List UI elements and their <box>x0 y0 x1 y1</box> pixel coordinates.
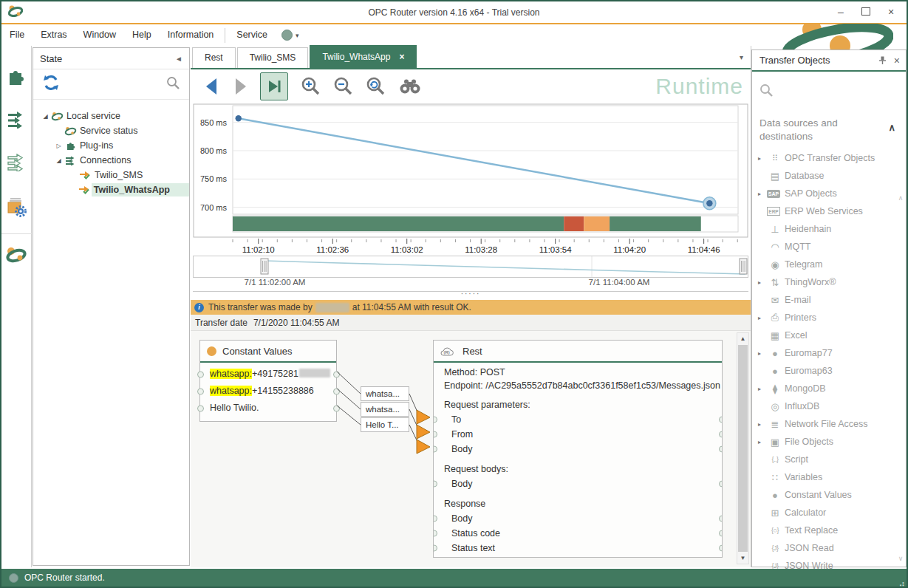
jump-to-latest-button[interactable] <box>260 72 288 100</box>
menu-window[interactable]: Window <box>75 24 124 46</box>
state-panel-title: State <box>40 53 62 64</box>
mapping-label[interactable]: whatsa... <box>361 402 409 417</box>
expand-arrow-icon[interactable]: ▸ <box>758 155 767 162</box>
transfer-object-item[interactable]: ▸ ◠ MQTT <box>752 238 906 256</box>
pin-icon[interactable] <box>878 56 887 65</box>
transfer-object-item[interactable]: ▸ ERP ERP Web Services <box>752 202 906 220</box>
menu-service[interactable]: Service <box>228 24 276 46</box>
transfer-object-item[interactable]: ▸ ▣ File Objects <box>752 433 906 451</box>
transfer-object-item[interactable]: ▸ ≣ Network File Access <box>752 415 906 433</box>
transfer-object-item[interactable]: ▸ ✉ E-mail <box>752 291 906 309</box>
next-transfer-button[interactable] <box>232 77 250 96</box>
expander-icon[interactable]: ◢ <box>54 157 64 164</box>
transfer-object-item[interactable]: ▸ ● Constant Values <box>752 486 906 504</box>
expand-arrow-icon[interactable]: ▸ <box>758 279 767 286</box>
transfer-object-item[interactable]: ▸ ⊞ Calculator <box>752 504 906 522</box>
transfer-object-item[interactable]: ▸ ⎙ Printers <box>752 309 906 327</box>
tree-item-twilio-whatsapp[interactable]: Twilio_WhatsApp <box>33 182 189 197</box>
transfer-object-item[interactable]: ▸ ◎ InfluxDB <box>752 397 906 415</box>
zoom-reset-icon[interactable] <box>365 76 386 97</box>
previous-transfer-button[interactable] <box>202 77 220 96</box>
transfer-object-item[interactable]: ▸ {J} JSON Read <box>752 539 906 557</box>
search-transfers-icon[interactable] <box>397 78 423 95</box>
transfer-object-item[interactable]: ▸ {○} Text Replace <box>752 522 906 539</box>
template-connections-icon[interactable] <box>7 154 26 174</box>
transfer-object-item[interactable]: ▸ ⇅ ThingWorx® <box>752 273 906 291</box>
transfer-object-item[interactable]: ▸ ● Euromap77 <box>752 344 906 362</box>
plugins-icon[interactable] <box>7 66 26 89</box>
diagram-scrollbar[interactable]: ▲ ▼ <box>737 332 749 564</box>
runtime-watermark-label: Runtime <box>655 74 743 99</box>
mapping-label[interactable]: Hello T... <box>361 417 409 432</box>
transfer-object-label: Euromap63 <box>785 366 833 376</box>
tab-twilio-whatsapp[interactable]: Twilio_WhatsApp× <box>310 45 417 68</box>
expand-arrow-icon[interactable]: ▸ <box>758 191 767 197</box>
expand-arrow-icon[interactable]: ▸ <box>758 439 767 445</box>
expand-arrow-icon[interactable]: ▸ <box>758 386 767 392</box>
zoom-in-icon[interactable] <box>300 76 321 97</box>
tree-item-connections[interactable]: ◢ Connections <box>33 153 189 168</box>
expand-arrow-icon[interactable]: ▸ <box>758 421 767 428</box>
transfer-object-item[interactable]: ▸ SAP SAP Objects <box>752 185 906 202</box>
plugin-settings-icon[interactable] <box>6 196 27 220</box>
close-button[interactable]: × <box>878 2 904 21</box>
resize-grip[interactable]: ⣠ <box>898 576 905 587</box>
scroll-down-icon[interactable]: ∨ <box>896 555 905 562</box>
tree-item-label: Twilio_WhatsApp <box>92 183 189 196</box>
transfer-object-item[interactable]: ▸ ⠿ OPC Transfer Objects <box>752 149 906 167</box>
duration-chart[interactable]: 850 ms800 ms750 ms700 ms11:02:1011:02:36… <box>193 103 748 259</box>
constant-values-node[interactable]: Constant Values whatsapp:+49175281 whats… <box>199 340 337 422</box>
transfer-object-item[interactable]: ▸ ▤ Database <box>752 167 906 185</box>
expand-arrow-icon[interactable]: ▸ <box>758 315 767 321</box>
service-dropdown-icon[interactable]: ▾ <box>296 32 299 39</box>
menu-information[interactable]: Information <box>160 24 222 46</box>
rest-node[interactable]: (R) Rest Method: POSTEndpoint: /AC295a55… <box>433 340 723 558</box>
tab-twilio-sms[interactable]: Twilio_SMS <box>237 47 309 68</box>
transfer-object-item[interactable]: ▸ {..} Script <box>752 451 906 468</box>
tree-item-local-service[interactable]: ◢ Local service <box>33 109 189 123</box>
tree-item-label: Twilio_SMS <box>92 170 143 180</box>
opc-router-tab-logo-icon[interactable] <box>5 246 27 267</box>
mapping-label[interactable]: whatsa... <box>361 386 409 401</box>
search-icon[interactable] <box>166 76 180 93</box>
transfer-object-item[interactable]: ▸ ◉ Telegram <box>752 256 906 273</box>
tab-rest[interactable]: Rest <box>192 47 236 68</box>
zoom-out-icon[interactable] <box>332 76 353 97</box>
title-bar: OPC Router version 4.16 x64 - Trial vers… <box>1 1 907 24</box>
connections-icon[interactable] <box>7 111 26 131</box>
scrollbar-thumb[interactable] <box>738 345 748 552</box>
transfer-object-item[interactable]: ▸ ∷ Variables <box>752 468 906 486</box>
tree-item-twilio-sms[interactable]: Twilio_SMS <box>33 168 189 182</box>
rest-row: Response <box>434 496 722 511</box>
panel-scrollbar[interactable]: ∧ ∨ <box>896 194 905 562</box>
scroll-up-icon[interactable]: ▲ <box>737 333 748 344</box>
transfer-object-item[interactable]: ▸ ● Euromap63 <box>752 362 906 380</box>
maximize-button[interactable] <box>853 2 878 21</box>
transfer-objects-search-icon[interactable] <box>752 72 906 100</box>
tab-close-icon[interactable]: × <box>399 52 404 62</box>
refresh-icon[interactable] <box>42 74 60 95</box>
expander-icon[interactable]: ▷ <box>54 143 64 149</box>
tab-overflow-icon[interactable]: ▾ <box>740 53 743 61</box>
transfer-object-item[interactable]: ▸ ⊥ Heidenhain <box>752 220 906 238</box>
tree-item-plugins[interactable]: ▷ Plug-ins <box>33 138 189 153</box>
close-panel-icon[interactable]: × <box>894 55 900 66</box>
transfer-object-item[interactable]: ▸ ⧫ MongoDB <box>752 380 906 397</box>
menu-extras[interactable]: Extras <box>33 24 75 46</box>
minimize-button[interactable]: – <box>828 2 853 21</box>
expand-arrow-icon[interactable]: ▸ <box>758 350 767 357</box>
group-header[interactable]: Data sources and destinations ∧ <box>759 117 870 143</box>
tree-item-service-status[interactable]: Service status <box>33 123 189 138</box>
status-indicator-icon <box>9 573 18 583</box>
expander-icon[interactable]: ◢ <box>41 113 50 120</box>
horizontal-splitter[interactable]: ····· <box>191 291 751 300</box>
scroll-down-icon[interactable]: ▼ <box>737 553 748 564</box>
transfer-object-item[interactable]: ▸ ▦ Excel <box>752 327 906 344</box>
menu-file[interactable]: File <box>1 24 33 46</box>
menu-help[interactable]: Help <box>124 24 160 46</box>
time-range-selector[interactable] <box>193 256 748 281</box>
scroll-up-icon[interactable]: ∧ <box>896 194 905 202</box>
service-status-indicator[interactable] <box>281 30 293 41</box>
collapse-panel-icon[interactable]: ◄ <box>175 55 182 63</box>
collapse-group-icon[interactable]: ∧ <box>888 121 895 134</box>
